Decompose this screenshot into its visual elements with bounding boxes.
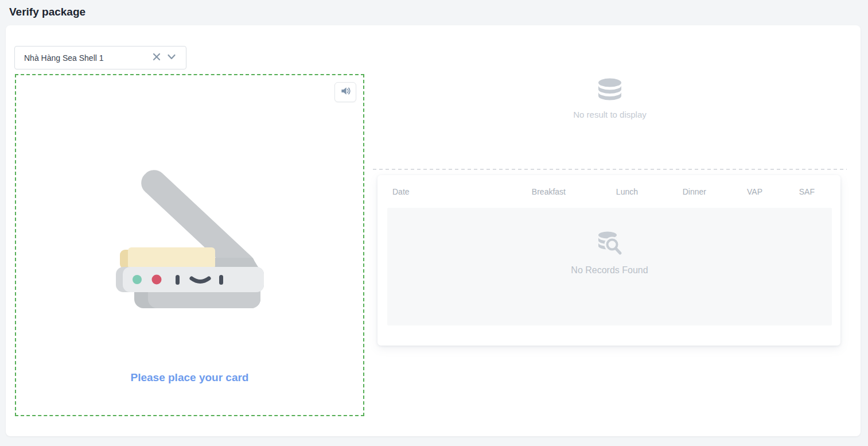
open-dropdown-button[interactable] — [164, 51, 179, 65]
records-table-header: Date Breakfast Lunch Dinner VAP SAF — [377, 175, 840, 208]
venue-select[interactable]: Nhà Hàng Sea Shell 1 — [14, 46, 186, 69]
database-icon — [597, 94, 622, 104]
column-header-breakfast: Breakfast — [485, 187, 566, 196]
card-scan-area: Please place your card — [15, 74, 364, 416]
result-summary-empty-state: No result to display — [373, 78, 847, 119]
dashed-divider — [373, 169, 847, 170]
records-table-empty-state: No Records Found — [387, 208, 832, 325]
clear-selection-button[interactable] — [149, 51, 164, 65]
column-header-dinner: Dinner — [638, 187, 706, 196]
column-header-lunch: Lunch — [566, 187, 638, 196]
scanner-illustration — [112, 162, 267, 314]
page-title: Verify package — [9, 6, 85, 18]
no-records-text: No Records Found — [387, 265, 832, 276]
verify-package-page: Verify package Nhà Hàng Sea Shell 1 — [0, 0, 868, 446]
x-icon — [152, 52, 161, 64]
speaker-icon — [340, 86, 351, 99]
scan-instruction-text: Please place your card — [16, 371, 363, 384]
database-search-icon — [597, 249, 623, 259]
column-header-vap: VAP — [706, 187, 762, 196]
records-table: Date Breakfast Lunch Dinner VAP SAF — [377, 175, 840, 346]
venue-select-value: Nhà Hàng Sea Shell 1 — [24, 53, 149, 63]
results-panel: No result to display Date Breakfast Lunc… — [373, 25, 847, 436]
column-header-saf: SAF — [762, 187, 815, 196]
main-card: Nhà Hàng Sea Shell 1 — [6, 25, 861, 436]
no-result-text: No result to display — [373, 110, 847, 119]
sound-toggle-button[interactable] — [334, 82, 356, 102]
chevron-down-icon — [166, 52, 177, 64]
column-header-date: Date — [392, 187, 485, 196]
